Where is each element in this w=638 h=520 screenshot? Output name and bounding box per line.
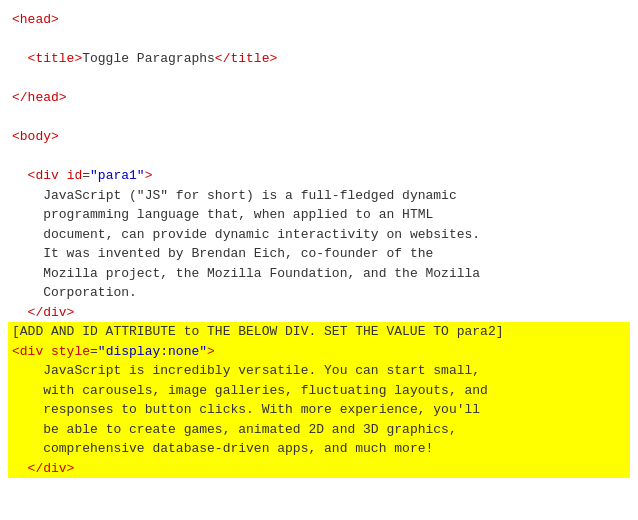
line-js2-text-5: comprehensive database-driven apps, and … [8,439,630,459]
empty-line-1 [8,30,630,50]
line-body-open: <body> [8,127,630,147]
line-js2-text-4: be able to create games, animated 2D and… [8,420,630,440]
line-js-text-5: Mozilla project, the Mozilla Foundation,… [8,264,630,284]
empty-line-4 [8,147,630,167]
empty-line-6 [8,498,630,518]
line-js-text-3: document, can provide dynamic interactiv… [8,225,630,245]
empty-line-3 [8,108,630,128]
line-js-text-6: Corporation. [8,283,630,303]
line-div-style-open: <div style="display:none"> [8,342,630,362]
line-js2-text-3: responses to button clicks. With more ex… [8,400,630,420]
empty-line-5 [8,478,630,498]
line-div-para1-close: </div> [8,303,630,323]
line-js-text-4: It was invented by Brendan Eich, co-foun… [8,244,630,264]
line-instruction: [ADD AND ID ATTRIBUTE to THE BELOW DIV. … [8,322,630,342]
line-head-close: </head> [8,88,630,108]
code-editor: <head> <title>Toggle Paragraphs</title> … [0,10,638,520]
line-js2-text-2: with carousels, image galleries, fluctua… [8,381,630,401]
line-js2-text-1: JavaScript is incredibly versatile. You … [8,361,630,381]
line-div-para1-open: <div id="para1"> [8,166,630,186]
empty-line-2 [8,69,630,89]
line-head-open: <head> [8,10,630,30]
line-js-text-1: JavaScript ("JS" for short) is a full-fl… [8,186,630,206]
line-div-style-close: </div> [8,459,630,479]
line-js-text-2: programming language that, when applied … [8,205,630,225]
line-title: <title>Toggle Paragraphs</title> [8,49,630,69]
